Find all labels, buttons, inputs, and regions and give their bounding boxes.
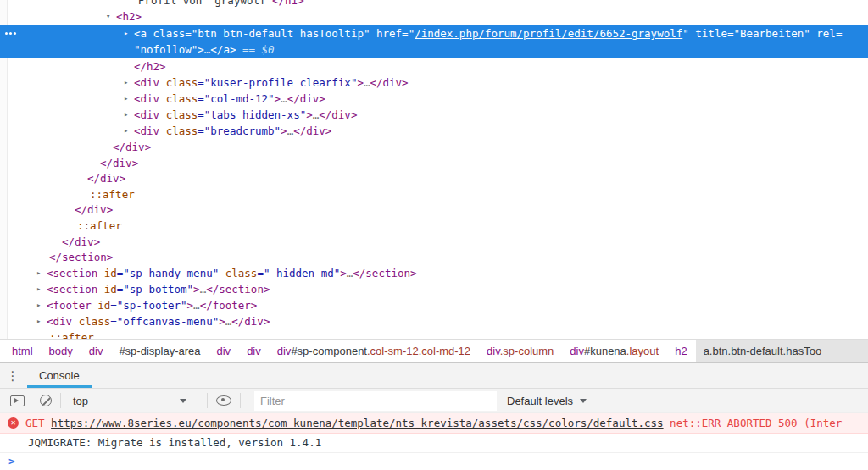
syntax-value: ="sp-footer" [110,299,186,312]
syntax-tag: > [281,124,287,137]
syntax-tag: <div [134,76,159,89]
expand-arrow-icon[interactable]: ▸ [124,25,134,41]
syntax-attr: href [370,27,402,40]
breadcrumb-item-selected[interactable]: a.btn.btn-default.hasToo [696,340,868,362]
dom-tree-line[interactable]: ▸<div class="tabs hidden-xs">…</div> [0,107,868,123]
breadcrumb-item[interactable]: #sp-display-area [119,345,200,357]
dom-tree-line[interactable]: </div> [0,170,868,186]
breadcrumb-item[interactable]: h2 [675,345,687,357]
console-messages: ✕GET https://www.8series.eu/components/c… [0,412,868,453]
syntax-attr: class [219,267,257,279]
dom-tree-line[interactable]: </section> [0,249,868,265]
execution-context-dropdown[interactable]: top [73,395,198,407]
breadcrumb-item[interactable]: body [49,345,73,357]
dom-tree-line[interactable]: ::after [0,329,868,339]
collapse-arrow-icon[interactable]: ▾ [106,8,116,25]
console-drawer: ⋮ Console top Default levels ✕GET https:… [0,362,868,470]
expand-arrow-icon[interactable]: ▸ [124,91,134,107]
console-toolbar: top Default levels [0,388,868,412]
syntax-tag: </footer> [200,299,258,312]
dom-tree-line[interactable]: ▸<div class="kuser-profile clearfix">…</… [0,75,868,91]
syntax-attr: class [159,108,198,121]
dom-tree-line[interactable]: </div> [0,155,868,171]
dom-tree-line[interactable]: ::after [0,186,868,202]
syntax-text: Profil von "graywolf" [138,0,272,7]
chevron-down-icon [580,399,587,403]
crumb-part-sel: a.btn.btn-default.hasToo [704,345,822,357]
error-icon: ✕ [8,417,19,429]
dom-tree-line[interactable]: </div> [0,234,868,250]
dom-tree-line[interactable]: </div> [0,139,868,155]
dom-tree-line[interactable]: ▸<a class="btn btn-default hasTooltip" h… [0,25,868,41]
dom-tree-line[interactable]: ▸<div class="breadcrumb">…</div> [0,123,868,139]
live-expression-eye-icon[interactable] [216,395,231,406]
console-sidebar-toggle-icon[interactable] [10,395,25,406]
dom-tree-line[interactable]: </div> [0,202,868,218]
syntax-value: ="sp-handy-menu" [117,267,219,279]
breadcrumb-item[interactable]: div [247,345,261,357]
breadcrumb-item[interactable]: div#sp-component.col-sm-12.col-md-12 [277,345,470,357]
syntax-pseudo: ::after [77,219,122,232]
dom-tree-line[interactable]: ::after [0,218,868,234]
syntax-attr: rel [810,27,836,40]
dom-tree-line[interactable]: ▸<section id="sp-handy-menu" class=" hid… [0,265,868,281]
log-levels-dropdown[interactable]: Default levels [507,395,587,407]
dom-tree-line[interactable]: Profil von "graywolf"</h1> [0,0,868,8]
syntax-tag: </section> [49,251,113,263]
syntax-tag: > [340,267,347,279]
breadcrumb-item[interactable]: div [89,345,103,357]
expand-arrow-icon[interactable]: ▸ [36,297,47,313]
dom-tree-line[interactable]: ▸<section id="sp-bottom">…</section> [0,281,868,297]
dom-tree-line[interactable]: "nofollow">…</a> == $0 [0,41,868,58]
crumb-part-cls: .sp-column [500,345,554,357]
dom-tree-line[interactable]: ▸<div class="offcanvas-menu">…</div> [0,313,868,329]
syntax-value: ="offcanvas-menu" [110,315,219,328]
tab-console[interactable]: Console [27,363,92,388]
breadcrumb-item[interactable]: div#kunena.layout [570,345,659,357]
syntax-value: ="Bearbeiten" [727,27,810,40]
dom-tree-line[interactable]: ▸<div class="col-md-12">…</div> [0,91,868,107]
breadcrumb: htmlbodydiv#sp-display-areadivdivdiv#sp-… [0,339,868,362]
breadcrumb-item[interactable]: div.sp-column [487,345,554,357]
syntax-tag: </div> [87,172,125,185]
syntax-tag: > [306,108,313,121]
breadcrumb-item[interactable]: html [12,345,33,357]
expand-arrow-icon[interactable]: ▸ [36,281,47,297]
syntax-tag: </section> [353,267,416,279]
syntax-value: = [836,27,843,40]
breadcrumb-item[interactable]: div [217,345,231,357]
error-url-link[interactable]: https://www.8series.eu/components/com_ku… [51,417,663,429]
expand-arrow-icon[interactable]: ▸ [124,107,134,123]
filter-input[interactable] [254,391,497,411]
dom-tree-line[interactable]: </h2> [0,58,868,75]
dom-tree-line[interactable]: ▾<h2> [0,8,868,25]
console-prompt[interactable]: > [0,453,868,470]
syntax-attr: id [97,267,117,279]
syntax-tag: <h2> [116,10,142,23]
crumb-part-id: #sp-component [291,345,367,357]
expand-arrow-icon[interactable]: ▸ [36,265,47,281]
dom-node-text: </div> [62,234,100,250]
syntax-tag: <a [134,27,147,40]
kebab-menu-icon[interactable]: ⋮ [0,368,25,384]
syntax-tag: </div> [287,92,326,105]
crumb-part-id: #kunena [584,345,626,357]
dom-tree-line[interactable]: ▸<footer id="sp-footer">…</footer> [0,297,868,313]
dom-node-text: ::after [90,186,135,202]
dom-node-text: <h2> [116,8,142,25]
toolbar-separator [207,393,208,408]
expand-arrow-icon[interactable]: ▸ [124,123,134,139]
dom-node-text: </h2> [134,58,166,75]
clear-console-icon[interactable] [40,395,52,406]
syntax-tag: <section [47,283,97,296]
syntax-tag: </div> [100,157,138,169]
crumb-part-tag: html [12,345,33,357]
attribute-href-link[interactable]: /index.php/forum/profil/edit/6652-graywo… [415,27,682,40]
syntax-pseudo: ::after [90,188,135,201]
crumb-part-tag: body [49,345,73,357]
syntax-attr: class [159,124,198,137]
expand-arrow-icon[interactable]: ▸ [124,75,134,91]
expand-arrow-icon[interactable]: ▸ [36,313,47,329]
dom-node-text: ::after [49,329,94,339]
crumb-part-tag: div [89,345,103,357]
